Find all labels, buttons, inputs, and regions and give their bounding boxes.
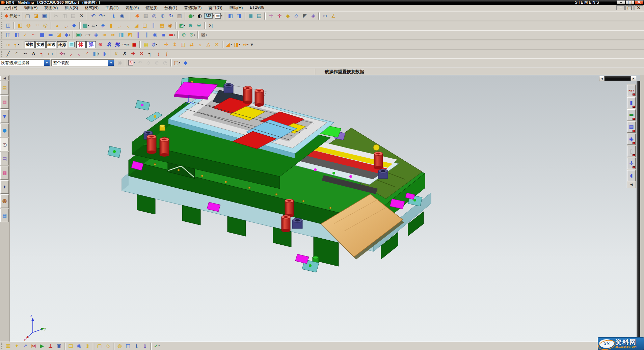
four-point-surface-button[interactable]: ◈ xyxy=(92,31,100,39)
datum-plane-button[interactable]: ▧▾ xyxy=(82,22,90,30)
snap-end-button[interactable]: ◇ xyxy=(292,12,300,20)
trimmed-sheet-button[interactable]: ◉ xyxy=(151,31,159,39)
sphere-button[interactable]: ◈ xyxy=(99,22,107,30)
helix-button[interactable]: ~ xyxy=(29,31,38,39)
search-binoculars-button[interactable]: ◉ xyxy=(118,12,126,20)
block-button[interactable]: ◆ xyxy=(70,22,78,30)
thicken-button[interactable]: ▬ xyxy=(46,31,55,39)
batch-macro-button[interactable]: 批 xyxy=(113,41,122,49)
selection-filter-dropdown[interactable]: 没有选择过滤器 ▼ xyxy=(0,59,50,66)
menu-et2008[interactable]: ET2008 xyxy=(246,4,268,12)
display-part-button[interactable]: ◫ xyxy=(4,22,12,30)
minimize-button[interactable]: – xyxy=(617,0,625,4)
restore-macro-button[interactable]: 还原 xyxy=(57,41,67,48)
bushing-template-item[interactable]: ▯ xyxy=(627,146,636,157)
dropdown-arrow-icon[interactable]: ▾ xyxy=(98,53,99,55)
close-button[interactable]: ✕ xyxy=(635,5,643,10)
intersection-curve-button[interactable]: ◗ xyxy=(100,50,109,58)
menu-format[interactable]: 格式(R) xyxy=(81,4,102,12)
sew-button[interactable]: ‖ xyxy=(134,31,142,39)
spring-macro-button[interactable]: 弹 xyxy=(86,41,96,48)
dropdown-arrow-icon[interactable]: ▾ xyxy=(134,61,135,64)
point-constructor-button[interactable]: ✛ xyxy=(275,12,284,20)
unite-button[interactable]: ⊕ xyxy=(186,22,195,30)
redo-button[interactable]: ↷▾ xyxy=(98,12,106,20)
corner-curve-button[interactable]: ┐ xyxy=(146,50,154,58)
dropdown-arrow-icon[interactable]: ▾ xyxy=(81,34,82,36)
create-new-component-button[interactable]: ✦ xyxy=(12,342,21,350)
assembly-navigator-tab[interactable]: ▤ xyxy=(0,81,9,95)
zoom-box-button[interactable]: ◎ xyxy=(150,12,158,20)
revolve-button[interactable]: ◍ xyxy=(24,22,33,30)
face-translucent-macro-button[interactable]: 面透 xyxy=(46,41,56,48)
relations-browser-button[interactable]: ℹ xyxy=(141,342,149,350)
collapse-resource-bar[interactable]: ◂ xyxy=(0,76,9,80)
bend-flange-button[interactable]: ┐▾ xyxy=(12,41,21,49)
selection-scope-dropdown-arrow[interactable]: ▼ xyxy=(108,60,114,66)
pull-face-button[interactable]: ↕ xyxy=(170,41,179,49)
center-target-macro-button[interactable]: ⊕ xyxy=(96,41,105,49)
undo-button[interactable]: ↶ xyxy=(89,12,98,20)
chamfer-button[interactable]: ◢ xyxy=(132,22,141,30)
rendering-style-button[interactable]: ●▾ xyxy=(187,12,195,20)
project-curve-button[interactable]: ◧▾ xyxy=(92,50,100,58)
part-navigator-tab[interactable]: ▼ xyxy=(0,109,9,123)
red-cube-macro-button[interactable]: ◼ xyxy=(130,41,138,49)
toolbar-drag-handle[interactable] xyxy=(1,41,3,48)
quick-trim-button[interactable]: ◜ xyxy=(83,50,92,58)
snap-disabled-button[interactable]: ⊕ xyxy=(153,59,161,67)
resize-face-button[interactable]: △ xyxy=(204,41,213,49)
refresh-display-button[interactable]: ✱ xyxy=(133,12,141,20)
v-groove-button[interactable]: ✓ xyxy=(21,31,29,39)
rib-button[interactable]: ‖ xyxy=(149,22,158,30)
text-feature-button[interactable]: X| xyxy=(207,22,215,30)
select-by-type-button[interactable]: ↖▾ xyxy=(127,59,136,67)
clip-section-button[interactable]: ◧ xyxy=(226,12,235,20)
close-button[interactable]: ✕ xyxy=(635,0,643,4)
swept-flange-button[interactable]: ≈ xyxy=(4,41,12,49)
find-component-button[interactable]: ◉ xyxy=(75,342,83,350)
key-template-item[interactable]: KEY xyxy=(627,85,636,96)
x-form-button[interactable]: ⊙▾ xyxy=(188,31,196,39)
shaded-selection-cube-button[interactable]: ◆ xyxy=(181,59,190,67)
general-selection-button[interactable]: ◇ xyxy=(144,59,153,67)
minimize-button[interactable]: – xyxy=(616,5,625,10)
elbow-template-item[interactable]: ◖ xyxy=(627,170,636,181)
toolbar-drag-handle[interactable] xyxy=(1,12,3,19)
copy-macro-button[interactable]: copy xyxy=(122,41,130,49)
extract-body-button[interactable]: ◆▾ xyxy=(63,31,72,39)
delete-body-button[interactable]: ▪ xyxy=(159,31,168,39)
show-product-outline-button[interactable]: ▢ xyxy=(95,342,104,350)
remember-constraints-button[interactable]: ▣ xyxy=(55,342,63,350)
wcs-triad[interactable]: z y x xyxy=(24,314,46,342)
x-trim-button[interactable]: ✕ xyxy=(137,50,146,58)
menu-analysis[interactable]: 分析(L) xyxy=(161,4,181,12)
exploded-views-button[interactable]: ◍ xyxy=(115,342,124,350)
menu-help[interactable]: 帮助(H) xyxy=(226,4,246,12)
scroll-left-button[interactable]: ◂ xyxy=(599,76,605,81)
pan-view-button[interactable]: ▨ xyxy=(175,12,184,20)
assembly-sequence-button[interactable]: ◫ xyxy=(124,342,132,350)
copy-face-button[interactable]: ◪▾ xyxy=(224,41,233,49)
start-menu-button[interactable]: ✱开始▾ xyxy=(4,12,20,20)
offset-surface-button[interactable]: ◪ xyxy=(55,31,63,39)
assembly-info-button[interactable]: ℹ xyxy=(132,342,141,350)
linear-dimension-face-button[interactable]: ↔▾ xyxy=(241,41,250,49)
extrude-sheet-button[interactable]: ◧ xyxy=(12,31,21,39)
pattern-feature-button[interactable]: ▦ xyxy=(158,22,166,30)
resize-blend-button[interactable]: ▵ xyxy=(196,41,204,49)
she-macro-button[interactable]: 涉▾ xyxy=(150,41,159,49)
move-face-button[interactable]: ✛ xyxy=(162,41,170,49)
menu-assemblies[interactable]: 装配(A) xyxy=(122,4,142,12)
curve-cross-button[interactable]: ✚ xyxy=(129,50,137,58)
dropdown-arrow-icon[interactable]: ▾ xyxy=(156,43,157,46)
selection-scope-dropdown[interactable]: 整个装配 ▼ xyxy=(51,59,114,66)
profile-button[interactable]: ┐ xyxy=(38,50,46,58)
trim-curve-button[interactable]: ◟ xyxy=(75,50,83,58)
save-button[interactable]: ▣ xyxy=(40,12,49,20)
menu-edit[interactable]: 编辑(E) xyxy=(21,4,41,12)
paste-face-button[interactable]: ◨▾ xyxy=(233,41,241,49)
pocket-button[interactable]: ◡ xyxy=(61,22,70,30)
dropdown-arrow-icon[interactable]: ▾ xyxy=(184,24,185,27)
menu-view[interactable]: 视图(V) xyxy=(41,4,61,12)
